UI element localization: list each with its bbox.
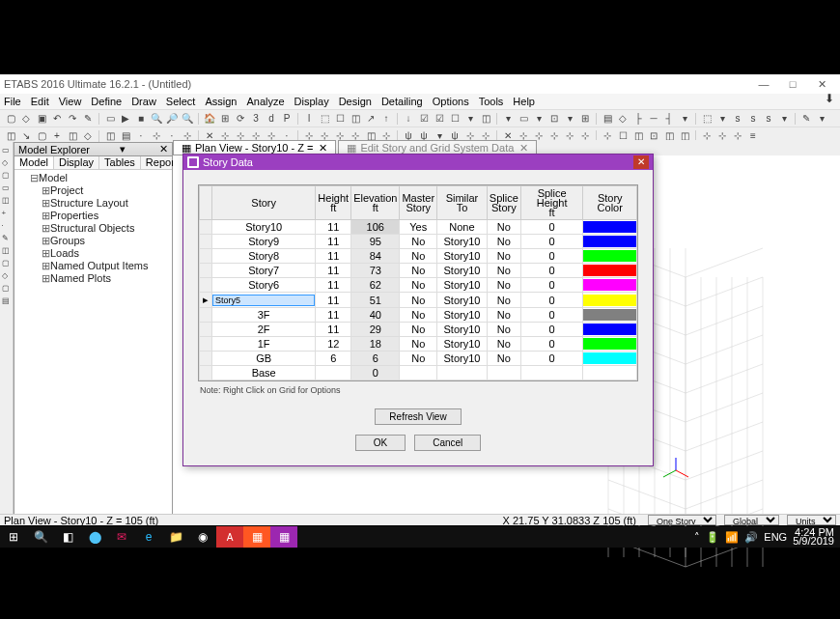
toolbar-btn-26[interactable]: ☑	[433, 112, 446, 126]
cell-height[interactable]: 11	[316, 323, 351, 337]
cell-splice[interactable]: No	[487, 220, 520, 235]
toolbar-btn-8[interactable]: ·	[134, 129, 148, 143]
cell-splice[interactable]: No	[487, 278, 520, 293]
cell-color[interactable]	[583, 278, 637, 293]
toolbar-btn-11[interactable]: 🔍	[181, 112, 194, 126]
tree-node[interactable]: Named Output Items	[50, 260, 149, 271]
row-header[interactable]	[200, 352, 212, 366]
toolbar-btn-28[interactable]: ▾	[463, 112, 477, 126]
cell-elev[interactable]: 62	[351, 278, 400, 293]
cell-story[interactable]: Story6	[212, 278, 316, 293]
cell-elev[interactable]: 18	[351, 337, 400, 352]
menu-define[interactable]: Define	[91, 96, 122, 107]
cell-master[interactable]: No	[400, 323, 437, 337]
cell-similar[interactable]: Story10	[437, 264, 488, 278]
cell-height[interactable]: 6	[316, 352, 351, 366]
cell-elev[interactable]: 95	[351, 235, 400, 249]
toolbar-btn-30[interactable]: ▾	[501, 112, 515, 126]
explorer-tab-tables[interactable]: Tables	[99, 156, 141, 169]
cell-sheight[interactable]	[520, 366, 583, 380]
toolbar-btn-16[interactable]: d	[265, 112, 278, 126]
toolbar-btn-45[interactable]: s	[746, 112, 760, 126]
system-tray[interactable]: ˄ 🔋 📶 🔊 ENG 4:24 PM 5/9/2019	[694, 528, 840, 546]
toolbar-btn-33[interactable]: ⊡	[547, 112, 561, 126]
left-tool-2[interactable]: ▢	[2, 171, 12, 181]
taskbar-app-1[interactable]: ⬤	[81, 526, 108, 548]
cell-splice[interactable]: No	[487, 293, 520, 308]
toolbar-btn-24[interactable]: ↓	[402, 112, 415, 126]
menu-detailing[interactable]: Detailing	[381, 96, 423, 107]
row-header[interactable]: ▸	[200, 293, 212, 308]
cell-color[interactable]	[583, 220, 637, 235]
cell-master[interactable]: No	[400, 352, 437, 366]
cell-similar[interactable]: Story10	[437, 249, 488, 264]
cell-master[interactable]: No	[400, 264, 437, 278]
grid-header[interactable]	[200, 186, 212, 220]
cell-master[interactable]: No	[400, 249, 437, 264]
menu-help[interactable]: Help	[513, 96, 535, 107]
toolbar-btn-7[interactable]: ▤	[119, 129, 132, 143]
close-button[interactable]: ✕	[807, 78, 836, 91]
start-button[interactable]: ⊞	[0, 526, 27, 548]
toolbar-btn-23[interactable]: ↑	[379, 112, 393, 126]
cancel-button[interactable]: Cancel	[414, 435, 481, 451]
tree-node[interactable]: Structure Layout	[50, 197, 128, 209]
cell-elev[interactable]: 0	[351, 366, 400, 380]
toolbar-btn-17[interactable]: P	[280, 112, 294, 126]
cell-elev[interactable]: 106	[351, 220, 400, 235]
toolbar-btn-7[interactable]: ▶	[119, 112, 132, 126]
cell-elev[interactable]: 51	[351, 293, 400, 308]
taskbar-chrome[interactable]: ◉	[189, 526, 216, 548]
left-tool-4[interactable]: ◫	[2, 196, 12, 206]
task-view-icon[interactable]: ◧	[54, 526, 81, 548]
toolbar-btn-37[interactable]: ◇	[616, 112, 630, 126]
menu-assign[interactable]: Assign	[205, 96, 237, 107]
tree-expand-icon[interactable]: ⊞	[42, 235, 50, 247]
menu-view[interactable]: View	[59, 96, 82, 107]
left-tool-1[interactable]: ◇	[2, 158, 12, 168]
row-header[interactable]	[200, 235, 212, 249]
tray-wifi-icon[interactable]: 📶	[725, 531, 739, 544]
left-tool-5[interactable]: +	[2, 209, 12, 218]
toolbar-btn-39[interactable]: ─	[647, 112, 660, 126]
cell-story[interactable]: Story9	[212, 235, 316, 249]
grid-header[interactable]: Heightft	[316, 186, 351, 220]
cell-elev[interactable]: 40	[351, 308, 400, 323]
explorer-tab-display[interactable]: Display	[54, 156, 99, 169]
toolbar-btn-29[interactable]: ◫	[479, 112, 492, 126]
toolbar-btn-14[interactable]: ⟳	[234, 112, 247, 126]
toolbar-btn-22[interactable]: ↗	[364, 112, 378, 126]
cell-master[interactable]: Yes	[400, 220, 437, 235]
cell-story[interactable]: GB	[212, 352, 316, 366]
row-header[interactable]	[200, 323, 212, 337]
panel-close-icon[interactable]: ✕	[159, 143, 168, 155]
toolbar-btn-6[interactable]: ▭	[103, 112, 117, 126]
toolbar-btn-25[interactable]: ☑	[417, 112, 431, 126]
row-header[interactable]	[200, 249, 212, 264]
table-row[interactable]: Base0	[200, 366, 637, 380]
cell-height[interactable]: 12	[316, 337, 351, 352]
menu-design[interactable]: Design	[339, 96, 372, 107]
tree-node[interactable]: Loads	[50, 247, 79, 259]
table-row[interactable]: Story1011106YesNoneNo0	[200, 220, 637, 235]
cell-sheight[interactable]: 0	[520, 220, 583, 235]
cell-master[interactable]: No	[400, 337, 437, 352]
table-row[interactable]: 2F1129NoStory10No0	[200, 323, 637, 337]
cell-sheight[interactable]: 0	[520, 323, 583, 337]
menu-file[interactable]: File	[4, 96, 21, 107]
left-tool-10[interactable]: ◇	[2, 271, 12, 281]
cell-similar[interactable]: Story10	[437, 352, 488, 366]
cell-story[interactable]: Story10	[212, 220, 316, 235]
toolbar-btn-2[interactable]: ▢	[35, 129, 48, 143]
toolbar-btn-47[interactable]: ▾	[777, 112, 791, 126]
menu-tools[interactable]: Tools	[479, 96, 504, 107]
toolbar-btn-36[interactable]: ▤	[601, 112, 614, 126]
cell-color[interactable]	[583, 293, 637, 308]
cell-elev[interactable]: 84	[351, 249, 400, 264]
toolbar-btn-15[interactable]: 3	[249, 112, 263, 126]
table-row[interactable]: GB66NoStory10No0	[200, 352, 637, 366]
menu-select[interactable]: Select	[166, 96, 196, 107]
taskbar-explorer[interactable]: 📁	[162, 526, 189, 548]
tree-expand-icon[interactable]: ⊞	[42, 247, 50, 260]
ok-button[interactable]: OK	[355, 435, 406, 451]
